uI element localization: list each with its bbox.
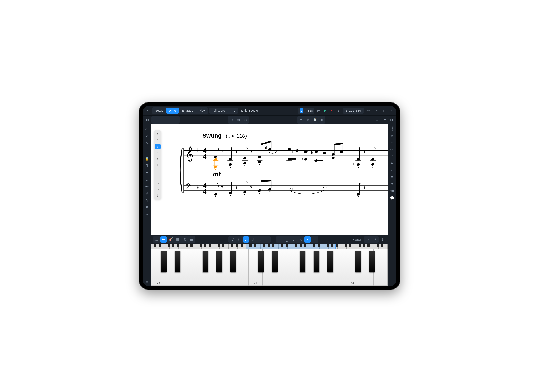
copy-button[interactable]: ⧉ (305, 116, 311, 123)
marquee-button[interactable]: ⬚ (242, 116, 249, 123)
grace-notes-icon[interactable]: ♬ (144, 190, 150, 197)
respell-sharp-button[interactable]: ↓♯ (372, 237, 378, 242)
nav-up-button[interactable]: ↑ (166, 116, 172, 123)
black-key-Dsharp3[interactable] (175, 251, 180, 272)
black-key-Csharp4[interactable] (258, 251, 264, 272)
black-key-Fsharp3[interactable] (202, 251, 208, 272)
tab-play[interactable]: Play (196, 108, 208, 114)
metronome-button[interactable]: ⏲ (335, 107, 341, 114)
dynamics-icon[interactable]: f (389, 153, 396, 160)
score-notation[interactable]: Swung ( ♩ ≈ 118 ) 𝄞 ♭ 4 4 (166, 128, 388, 216)
bracket-icon[interactable]: ⌐ (389, 167, 396, 174)
nav-down-button[interactable]: ↓ (173, 116, 179, 123)
keyboard-overview[interactable]: document.write(Array(52).fill('<div clas… (151, 244, 388, 249)
black-key-Fsharp4[interactable] (300, 251, 305, 272)
note-group-b3-treble[interactable]: ♮ 𝄾 (353, 147, 376, 167)
goto-button[interactable]: ⇥ (228, 116, 235, 123)
lock-icon[interactable]: 🔒 (144, 155, 150, 162)
view-keyboard-button[interactable]: ⏘ (160, 237, 167, 242)
palette-pitch-down[interactable]: ↓ (154, 162, 161, 168)
dur-half-button[interactable]: 𝅗𝅥 (257, 237, 263, 242)
view-mixer-button[interactable]: ⎚ (181, 237, 188, 242)
selected-note[interactable] (213, 158, 219, 170)
pitch-arrows-icon[interactable]: ⤢ (144, 132, 150, 139)
dur-16th-button[interactable]: 𝅘𝅥𝅯 (229, 237, 236, 242)
palette-pitch-up[interactable]: ↑ (154, 156, 161, 162)
black-key-Asharp4[interactable] (327, 251, 333, 272)
note-plus-icon[interactable]: ♪₊ (144, 125, 150, 132)
tab-setup[interactable]: Setup (152, 108, 166, 114)
trill-icon[interactable]: tr (389, 160, 396, 167)
play-button[interactable]: ▶ (322, 107, 328, 114)
dur-whole-button[interactable]: 𝅝 (264, 237, 270, 242)
undo-button[interactable]: ↶ (365, 107, 372, 114)
black-key-Csharp3[interactable] (161, 251, 167, 272)
tab-engrave[interactable]: Engrave (179, 108, 196, 114)
voice-icon[interactable]: ↷ (389, 181, 396, 187)
view-drum-button[interactable]: ≣ (188, 237, 195, 242)
back-button[interactable]: ‹ (144, 107, 151, 114)
layout-selector[interactable]: Full score ⌄ (209, 108, 238, 114)
redo-button[interactable]: ↷ (373, 107, 379, 114)
palette-eighth-note[interactable]: ♪ (154, 144, 161, 150)
position-display[interactable]: 1.1.1.000 (343, 108, 364, 114)
bottom-panel-toggle[interactable]: ▭ (144, 278, 150, 285)
key-sig-icon[interactable]: ♯♯ (389, 132, 396, 139)
view-toggle[interactable]: 👁 (381, 116, 388, 123)
black-key-Dsharp4[interactable] (272, 251, 278, 272)
palette-move-left[interactable]: ← (154, 168, 161, 174)
view-list-button[interactable]: ☰ (154, 237, 160, 242)
left-panel-toggle[interactable]: ◧ (144, 116, 151, 123)
grid-button[interactable]: ▦ (235, 116, 242, 123)
dur-8th-button[interactable]: ♪ (243, 237, 249, 242)
cut-button[interactable]: ✂ (298, 116, 304, 123)
paste-button[interactable]: 📋 (312, 116, 318, 123)
artic-accent-button[interactable]: › (290, 237, 297, 242)
note-group-b1-treble[interactable]: 𝄾 𝄾 𝄾 ♯ (221, 141, 276, 167)
rewind-button[interactable]: ⏮ (316, 107, 322, 114)
note-group-b2-bass[interactable] (289, 178, 327, 194)
palette-extend-left[interactable]: ⊏← (154, 180, 161, 186)
dur-quarter-button[interactable]: ♩ (250, 237, 256, 242)
scissors-icon[interactable]: ✂ (144, 211, 150, 218)
white-key-B4[interactable] (332, 249, 346, 286)
tempo-icon[interactable]: ♩=72 (389, 146, 396, 153)
respell-flat-button[interactable]: ↑♭ (365, 237, 371, 242)
tremolo-icon[interactable]: ≋ (144, 139, 150, 146)
dynamic-marking[interactable]: mf (213, 171, 221, 178)
black-key-Gsharp4[interactable] (314, 251, 319, 272)
staff-icon[interactable]: ≡ (389, 174, 396, 180)
white-key-B3[interactable] (235, 249, 249, 286)
nav-left-button[interactable]: ← (152, 116, 159, 123)
menu-button[interactable]: ≡ (388, 107, 395, 114)
palette-respell[interactable]: ♯♭ (154, 150, 161, 155)
chord-tool-icon[interactable]: ⅂ (144, 162, 150, 169)
palette-octave-8[interactable]: 8 (154, 138, 161, 143)
lyrics-tool-icon[interactable]: ⌐ (144, 169, 150, 176)
view-fretboard-button[interactable]: 🎸 (167, 237, 174, 242)
artic-staccato-button[interactable]: • (304, 237, 311, 242)
note-group-b1-bass[interactable]: 𝄾 𝄾 𝄾 (214, 180, 272, 197)
share-button[interactable]: ⇪ (380, 107, 387, 114)
palette-move-right[interactable]: → (154, 174, 161, 180)
time-sig-icon[interactable]: ¾ (389, 139, 396, 146)
dur-dotted8th-button[interactable]: ♪. (236, 237, 242, 242)
black-key-Csharp5[interactable] (355, 251, 361, 272)
panel-resize-handle[interactable]: ⇕ (379, 237, 386, 242)
white-key-E5[interactable] (374, 249, 388, 286)
delete-button[interactable]: 🗑 (318, 116, 325, 123)
tempo-display[interactable]: ♩ ⇅ 118 (298, 108, 314, 114)
palette-expand[interactable]: ⇕ (154, 131, 161, 137)
black-key-Gsharp3[interactable] (217, 251, 222, 272)
accent-icon[interactable]: ⁓ (144, 183, 150, 190)
dotted-note-icon[interactable]: ♩. (144, 176, 150, 183)
right-panel-toggle[interactable]: ◨ (388, 116, 395, 123)
note-group-b2-treble[interactable]: ♮ ♭ (286, 143, 343, 162)
white-key-E3[interactable] (179, 249, 193, 286)
artic-tenuto-button[interactable]: — (311, 237, 318, 242)
tab-write[interactable]: Write (166, 108, 179, 114)
view-pads-button[interactable]: ▦ (174, 237, 181, 242)
list-toggle[interactable]: ≡ (374, 116, 380, 123)
palette-more[interactable]: ⇕ (154, 193, 161, 198)
keyboard-overview-viewport[interactable] (246, 244, 335, 249)
